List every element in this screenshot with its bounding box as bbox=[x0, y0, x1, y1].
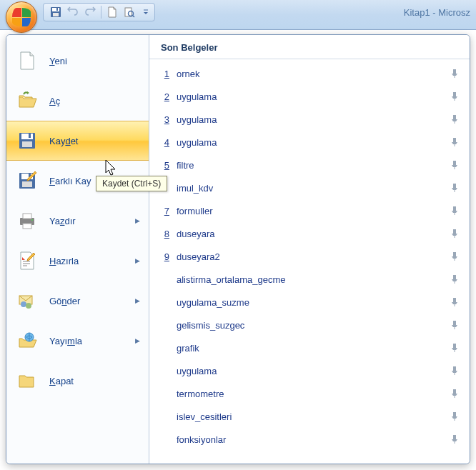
recent-item[interactable]: fonksiyonlar bbox=[149, 428, 470, 451]
pin-icon[interactable] bbox=[450, 182, 460, 194]
menu-close[interactable]: Kapat bbox=[6, 361, 149, 401]
recent-item-name: fonksiyonlar bbox=[177, 434, 442, 445]
svg-line-6 bbox=[133, 16, 135, 18]
recent-item-name: uygulama bbox=[177, 366, 442, 376]
pin-icon[interactable] bbox=[450, 434, 460, 446]
recent-item-number: 8 bbox=[159, 229, 169, 239]
recent-item[interactable]: grafik bbox=[149, 336, 470, 359]
save-icon bbox=[15, 129, 39, 153]
prepare-icon bbox=[15, 249, 39, 273]
quick-access-toolbar bbox=[43, 3, 155, 21]
tooltip: Kaydet (Ctrl+S) bbox=[96, 176, 167, 191]
qat-customize[interactable] bbox=[142, 4, 150, 20]
menu-print[interactable]: Yazdır ▶ bbox=[6, 201, 149, 241]
recent-item-number: 2 bbox=[159, 91, 169, 102]
recent-item-name: imul_kdv bbox=[177, 183, 442, 194]
qat-new[interactable] bbox=[104, 4, 120, 20]
new-doc-icon bbox=[106, 6, 118, 18]
chevron-right-icon: ▶ bbox=[135, 217, 140, 224]
pin-icon[interactable] bbox=[450, 388, 460, 400]
recent-item[interactable]: 7formuller bbox=[149, 199, 470, 222]
recent-item[interactable]: 8duseyara bbox=[149, 222, 470, 245]
menu-close-label: Kapat bbox=[49, 376, 140, 386]
recent-item-number: 1 bbox=[159, 69, 169, 79]
pin-icon[interactable] bbox=[450, 205, 460, 217]
office-button[interactable] bbox=[6, 1, 37, 33]
pin-icon[interactable] bbox=[450, 159, 460, 171]
pin-icon[interactable] bbox=[450, 319, 460, 331]
pin-icon[interactable] bbox=[450, 365, 460, 377]
menu-new[interactable]: YYenieni bbox=[6, 41, 149, 81]
menu-prepare-label: Hazırla bbox=[49, 256, 125, 266]
recent-list: 1ornek2uygulama3uygulama4uygulama5filtre… bbox=[149, 59, 470, 464]
recent-item-name: islev_cesitleri bbox=[177, 411, 442, 422]
recent-item[interactable]: 9duseyara2 bbox=[149, 245, 470, 268]
recent-item-number: 5 bbox=[159, 160, 169, 171]
pin-icon[interactable] bbox=[450, 228, 460, 240]
close-icon bbox=[15, 369, 39, 393]
recent-item[interactable]: uygulama_suzme bbox=[149, 291, 470, 314]
menu-publish-label: Yayımla bbox=[49, 336, 125, 346]
recent-item[interactable]: 5filtre bbox=[149, 154, 470, 176]
menu-open[interactable]: Aç bbox=[6, 81, 149, 121]
undo-icon bbox=[67, 6, 79, 18]
pin-icon[interactable] bbox=[450, 411, 460, 423]
qat-undo[interactable] bbox=[65, 4, 81, 20]
chevron-right-icon: ▶ bbox=[135, 337, 140, 344]
qat-save[interactable] bbox=[48, 4, 64, 20]
menu-send-label: Gönder bbox=[49, 296, 125, 306]
svg-rect-17 bbox=[23, 214, 31, 219]
recent-item[interactable]: gelismis_suzgec bbox=[149, 314, 470, 336]
chevron-down-icon bbox=[143, 9, 149, 15]
recent-item[interactable]: alistirma_ortalama_gecme bbox=[149, 268, 470, 291]
qat-preview[interactable] bbox=[122, 4, 137, 20]
publish-icon bbox=[15, 329, 39, 353]
recent-item-name: uygulama bbox=[177, 137, 442, 148]
recent-item-name: alistirma_ortalama_gecme bbox=[177, 274, 442, 285]
recent-item[interactable]: 3uygulama bbox=[149, 108, 470, 131]
print-icon bbox=[15, 209, 39, 233]
titlebar: Kitap1 - Microsz bbox=[0, 0, 476, 30]
recent-item-name: formuller bbox=[177, 206, 442, 216]
recent-item[interactable]: 1ornek bbox=[149, 62, 470, 85]
menu-print-label: Yazdır bbox=[49, 216, 125, 226]
recent-item-number: 3 bbox=[159, 114, 169, 125]
qat-redo[interactable] bbox=[82, 4, 98, 20]
recent-item[interactable]: islev_cesitleri bbox=[149, 405, 470, 428]
recent-item[interactable]: imul_kdv bbox=[149, 176, 470, 199]
svg-rect-54 bbox=[453, 366, 456, 371]
pin-icon[interactable] bbox=[450, 68, 460, 80]
recent-item-name: uygulama_suzme bbox=[177, 297, 442, 308]
menu-right-panel: Son Belgeler 1ornek2uygulama3uygulama4uy… bbox=[149, 35, 470, 464]
pin-icon[interactable] bbox=[450, 91, 460, 103]
pin-icon[interactable] bbox=[450, 296, 460, 309]
recent-item[interactable]: 4uygulama bbox=[149, 131, 470, 154]
svg-rect-56 bbox=[453, 389, 456, 394]
pin-icon[interactable] bbox=[450, 251, 460, 263]
menu-publish[interactable]: Yayımla ▶ bbox=[6, 321, 149, 361]
svg-rect-36 bbox=[453, 161, 456, 165]
menu-send[interactable]: Gönder ▶ bbox=[6, 281, 149, 321]
pin-icon[interactable] bbox=[450, 274, 460, 286]
menu-prepare[interactable]: Hazırla ▶ bbox=[6, 241, 149, 281]
svg-rect-18 bbox=[23, 224, 31, 229]
recent-item[interactable]: 2uygulama bbox=[149, 85, 470, 108]
pin-icon[interactable] bbox=[450, 342, 460, 354]
recent-item-name: duseyara2 bbox=[177, 251, 442, 262]
menu-save[interactable]: Kaydet bbox=[6, 121, 149, 161]
pin-icon[interactable] bbox=[450, 114, 460, 126]
svg-point-25 bbox=[26, 303, 31, 309]
window-title: Kitap1 - Microsz bbox=[404, 7, 470, 18]
svg-rect-58 bbox=[453, 412, 456, 416]
recent-item-name: uygulama bbox=[177, 91, 442, 102]
recent-item-name: filtre bbox=[177, 160, 442, 171]
svg-rect-3 bbox=[56, 8, 58, 11]
recent-item[interactable]: termometre bbox=[149, 382, 470, 405]
pin-icon[interactable] bbox=[450, 136, 460, 149]
recent-item-number: 9 bbox=[159, 251, 169, 262]
qat-separator bbox=[101, 6, 101, 19]
recent-item[interactable]: uygulama bbox=[149, 359, 470, 382]
svg-rect-11 bbox=[29, 134, 31, 138]
recent-item-number: 4 bbox=[159, 137, 169, 148]
svg-point-24 bbox=[21, 301, 26, 307]
